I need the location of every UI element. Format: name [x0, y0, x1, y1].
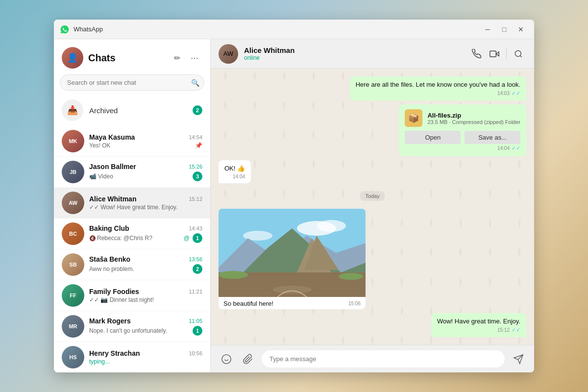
save-file-button[interactable]: Save as... — [465, 131, 520, 144]
file-icon: 📦 — [405, 109, 422, 127]
avatar-alice: AW — [62, 192, 84, 214]
avatar-jason: JB — [62, 161, 84, 183]
avatar-baking: BC — [62, 222, 84, 245]
chat-item-jason[interactable]: JB Jason Ballmer 15:26 📹 Video 3 — [54, 157, 210, 188]
chat-name-family: Family Foodies — [89, 288, 139, 295]
date-label: Today — [360, 191, 384, 201]
svg-line-3 — [520, 55, 521, 57]
svg-point-16 — [222, 354, 231, 363]
sidebar-actions: ✏ ⋯ — [169, 50, 202, 66]
file-time: 14:04 — [497, 146, 510, 151]
photo-reaction[interactable]: ❤️ — [223, 308, 361, 309]
chat-info-family: Family Foodies 11:21 ✓✓ 📷 Dinner last ni… — [89, 288, 202, 303]
recv-text-1: OK! 👍 — [224, 164, 245, 173]
pin-icon: 📌 — [195, 142, 202, 149]
file-meta: 14:04 ✓✓ — [405, 145, 520, 151]
app-window: WhatsApp ─ □ ✕ 👤 Chats ✏ ⋯ 🔍 — [54, 20, 534, 372]
maximize-button[interactable]: □ — [497, 24, 512, 35]
chat-name-jason: Jason Ballmer — [89, 163, 136, 171]
attach-button[interactable] — [240, 351, 256, 367]
photo-caption: So beautiful here! 15:06 ❤️ — [219, 297, 366, 309]
archived-badge: 2 — [193, 105, 202, 115]
svg-marker-0 — [496, 51, 499, 55]
my-avatar[interactable]: 👤 — [62, 47, 83, 69]
message-input[interactable] — [262, 350, 505, 368]
more-menu-button[interactable]: ⋯ — [187, 50, 202, 66]
send-button[interactable] — [511, 351, 526, 367]
svg-point-15 — [339, 273, 363, 280]
chat-info-maya: Maya Kasuma 14:54 Yes! OK 📌 — [89, 133, 202, 149]
message-photo: So beautiful here! 15:06 ❤️ — [219, 209, 366, 309]
search-bar: 🔍 — [60, 74, 204, 91]
emoji-button[interactable] — [219, 351, 234, 367]
chat-header-actions — [469, 46, 526, 62]
open-file-button[interactable]: Open — [405, 131, 461, 144]
chat-preview-family: ✓✓ 📷 Dinner last night! — [89, 296, 202, 303]
photo-time: 15:06 — [348, 301, 361, 306]
chat-time-jason: 15:26 — [189, 164, 202, 170]
titlebar: WhatsApp ─ □ ✕ — [54, 20, 534, 39]
minimize-button[interactable]: ─ — [480, 24, 495, 35]
chat-info-stasa: Staša Benko 13:56 Aww no problem. 2 — [89, 255, 202, 274]
search-chat-button[interactable] — [511, 46, 526, 62]
archived-row[interactable]: 📥 Archived 2 — [54, 95, 210, 126]
chat-preview-alice: ✓✓ Wow! Have great time. Enjoy. — [89, 204, 202, 211]
chat-badge-stasa: 2 — [193, 264, 202, 274]
sidebar-header: 👤 Chats ✏ ⋯ — [54, 39, 210, 73]
muted-icon: 🔇 — [89, 235, 96, 242]
input-bar — [211, 345, 534, 372]
voice-call-button[interactable] — [469, 46, 485, 62]
chat-time-henry: 10:56 — [189, 350, 202, 356]
msg-meta-1: 14:03 ✓✓ — [356, 90, 520, 97]
chat-time-alice: 15:12 — [189, 196, 202, 202]
svg-point-14 — [219, 271, 248, 279]
chat-info-alice: Alice Whitman 15:12 ✓✓ Wow! Have great t… — [89, 195, 202, 211]
search-icon[interactable]: 🔍 — [191, 79, 199, 87]
chat-info-henry: Henry Strachan 10:56 typing... — [89, 349, 202, 365]
svg-point-13 — [272, 286, 312, 294]
msg-tick-final: ✓✓ — [512, 327, 520, 333]
chat-name-stasa: Staša Benko — [89, 255, 130, 263]
chat-panel: AW Alice Whitman online — [211, 39, 534, 372]
chat-item-maya[interactable]: MK Maya Kasuma 14:54 Yes! OK 📌 — [54, 126, 210, 157]
chat-item-baking[interactable]: BC Baking Club 14:43 🔇 Rebecca: @Chris R… — [54, 219, 210, 249]
main-content: 👤 Chats ✏ ⋯ 🔍 📥 Archived 2 — [54, 39, 534, 372]
svg-point-2 — [515, 50, 521, 56]
chat-preview-jason: 📹 Video — [89, 173, 191, 180]
recv-meta-1: 14:04 — [224, 174, 245, 179]
chat-header-name: Alice Whitman — [244, 46, 463, 54]
close-button[interactable]: ✕ — [514, 24, 528, 35]
avatar-family: FF — [62, 284, 84, 307]
date-separator: Today — [219, 191, 526, 201]
whatsapp-logo — [60, 24, 70, 34]
chat-item-henry[interactable]: HS Henry Strachan 10:56 typing... — [54, 342, 210, 372]
chat-header-avatar[interactable]: AW — [219, 44, 238, 64]
messages-area: Here are all the files. Let me know once… — [211, 69, 534, 345]
file-size: 23.5 MB · Compressed (zipped) Folder — [427, 119, 520, 125]
header-divider — [506, 49, 507, 59]
chat-item-stasa[interactable]: SB Staša Benko 13:56 Aww no problem. 2 — [54, 249, 210, 280]
chat-badge-jason: 3 — [193, 172, 202, 181]
chat-time-baking: 14:43 — [189, 225, 202, 231]
file-actions: Open Save as... — [405, 131, 520, 144]
msg-text-final: Wow! Have great time. Enjoy. — [437, 317, 520, 326]
chat-preview-maya: Yes! OK — [89, 142, 195, 149]
chat-item-family[interactable]: FF Family Foodies 11:21 ✓✓ 📷 Dinner last… — [54, 280, 210, 311]
chat-name-baking: Baking Club — [89, 224, 129, 232]
new-chat-button[interactable]: ✏ — [169, 50, 185, 66]
message-sent-final: Wow! Have great time. Enjoy. 15:12 ✓✓ — [431, 313, 526, 337]
chat-preview-stasa: Aww no problem. — [89, 266, 191, 272]
chat-item-mark[interactable]: MR Mark Rogers 11:05 Nope. I can't go un… — [54, 311, 210, 342]
avatar-mark: MR — [62, 315, 84, 338]
chat-preview-mark: Nope. I can't go unfortunately. — [89, 327, 191, 334]
app-title: WhatsApp — [74, 25, 480, 33]
chat-header: AW Alice Whitman online — [211, 39, 534, 69]
chat-item-alice[interactable]: AW Alice Whitman 15:12 ✓✓ Wow! Have grea… — [54, 188, 210, 219]
mention-icon: @ — [184, 235, 190, 242]
file-content: 📦 All-files.zip 23.5 MB · Compressed (zi… — [405, 109, 520, 127]
photo-text: So beautiful here! — [223, 300, 273, 307]
chat-time-stasa: 13:56 — [189, 256, 202, 262]
search-input[interactable] — [60, 74, 204, 91]
msg-time-1: 14:03 — [497, 91, 510, 96]
video-call-button[interactable] — [487, 46, 502, 62]
